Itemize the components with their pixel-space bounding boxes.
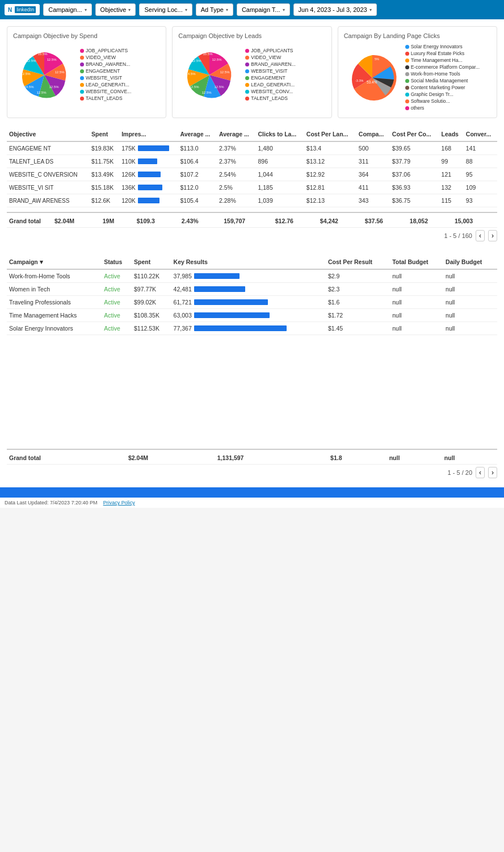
obj-row-spent: $11.75K bbox=[89, 155, 119, 168]
camp-gt-key-results: 1,131,597 bbox=[215, 449, 328, 465]
landing-page-clicks-legend: Solar Energy Innovators Luxury Real Esta… bbox=[405, 44, 480, 112]
campaign-filter[interactable]: Campaign...▾ bbox=[43, 3, 91, 16]
obj-row-leads: 99 bbox=[439, 155, 464, 168]
obj-row-cost-lan: $12.81 bbox=[304, 181, 356, 194]
camp-row-campaign: Solar Energy Innovators bbox=[7, 322, 102, 335]
privacy-policy-link[interactable]: Privacy Policy bbox=[103, 500, 135, 506]
obj-row-avg2: 2.5% bbox=[217, 181, 256, 194]
date-filter[interactable]: Jun 4, 2023 - Jul 3, 2023▾ bbox=[293, 3, 377, 16]
obj-row-cost-co: $39.65 bbox=[390, 141, 439, 155]
camp-gt-spent: $2.04M bbox=[126, 449, 215, 465]
col-cost-lan: Cost Per Lan... bbox=[304, 127, 356, 141]
camp-col-key-results: Key Results bbox=[171, 255, 326, 269]
obj-row-company: 311 bbox=[356, 155, 390, 168]
key-results-bar bbox=[194, 325, 287, 331]
objective-filter[interactable]: Objective▾ bbox=[95, 3, 136, 16]
camp-row-status: Active bbox=[102, 322, 132, 335]
svg-text:12.5%: 12.5% bbox=[192, 59, 202, 62]
camp-row-cpr: $1.45 bbox=[326, 322, 390, 335]
col-avg1: Average ... bbox=[178, 127, 217, 141]
obj-row-spent: $13.49K bbox=[89, 168, 119, 181]
objective-leads-legend: JOB_APPLICANTS VIDEO_VIEW BRAND_AWAREN..… bbox=[245, 48, 295, 102]
obj-row-objective: TALENT_LEA DS bbox=[7, 155, 89, 168]
objective-spend-container: 12.5% 12.5% 12.5% 12.5% 14.5% 12.5% 12.5… bbox=[13, 44, 160, 106]
campaign-table-row: Work-from-Home Tools Active $110.22K 37,… bbox=[7, 269, 497, 283]
campaign-table-row: Time Management Hacks Active $108.35K 63… bbox=[7, 309, 497, 322]
logo-text: N bbox=[8, 7, 12, 13]
camp-row-spent: $99.02K bbox=[132, 296, 171, 309]
obj-row-leads: 132 bbox=[439, 181, 464, 194]
objective-spend-pie: 12.5% 12.5% 12.5% 12.5% 14.5% 12.5% 12.5… bbox=[13, 44, 75, 106]
obj-row-spent: $15.18K bbox=[89, 181, 119, 194]
obj-row-impressions: 120K bbox=[119, 194, 178, 207]
svg-text:10.5%: 10.5% bbox=[37, 52, 48, 56]
campaign-table-row: Solar Energy Innovators Active $112.53K … bbox=[7, 322, 497, 335]
objective-table-header: Objective Spent Impres... Average ... Av… bbox=[7, 127, 497, 141]
objective-table-row: TALENT_LEA DS $11.75K 110K $106.4 2.37% … bbox=[7, 155, 497, 168]
camp-row-total-budget: null bbox=[390, 296, 443, 309]
objective-next-button[interactable]: › bbox=[488, 230, 497, 241]
camp-row-cpr: $2.9 bbox=[326, 269, 390, 283]
obj-row-cost-co: $36.75 bbox=[390, 194, 439, 207]
obj-row-spent: $12.6K bbox=[89, 194, 119, 207]
svg-text:5%: 5% bbox=[375, 57, 379, 61]
ad-type-filter[interactable]: Ad Type▾ bbox=[196, 3, 233, 16]
obj-row-avg1: $113.0 bbox=[178, 141, 217, 155]
col-company: Compa... bbox=[356, 127, 390, 141]
obj-row-spent: $19.83K bbox=[89, 141, 119, 155]
obj-row-objective: WEBSITE_C ONVERSION bbox=[7, 168, 89, 181]
campaign-prev-button[interactable]: ‹ bbox=[476, 467, 485, 478]
obj-row-company: 343 bbox=[356, 194, 390, 207]
obj-row-avg2: 2.54% bbox=[217, 168, 256, 181]
camp-row-campaign: Time Management Hacks bbox=[7, 309, 102, 322]
obj-row-cost-lan: $13.4 bbox=[304, 141, 356, 155]
campaign-next-button[interactable]: › bbox=[488, 467, 497, 478]
key-results-bar bbox=[194, 273, 240, 279]
obj-row-company: 500 bbox=[356, 141, 390, 155]
camp-row-cpr: $1.6 bbox=[326, 296, 390, 309]
camp-gt-status bbox=[81, 449, 126, 465]
objective-leads-card: Campaign Objective by Leads 12.5% 12.5% … bbox=[172, 26, 331, 118]
camp-row-spent: $112.53K bbox=[132, 322, 171, 335]
landing-page-clicks-pie: 53.4% -3.3% 5% bbox=[344, 47, 401, 109]
camp-row-spent: $97.77K bbox=[132, 283, 171, 296]
objective-prev-button[interactable]: ‹ bbox=[476, 230, 485, 241]
obj-row-clicks: 1,480 bbox=[255, 141, 304, 155]
col-conversions: Conver... bbox=[464, 127, 497, 141]
svg-text:53.4%: 53.4% bbox=[367, 80, 377, 84]
campaign-table-row: Traveling Professionals Active $99.02K 6… bbox=[7, 296, 497, 309]
grand-total-avg2: 2.43% bbox=[179, 212, 221, 228]
obj-row-company: 411 bbox=[356, 181, 390, 194]
serving-location-filter[interactable]: Serving Loc...▾ bbox=[139, 3, 192, 16]
camp-row-total-budget: null bbox=[390, 283, 443, 296]
col-objective: Objective bbox=[7, 127, 89, 141]
campaign-grand-total-row: Grand total $2.04M 1,131,597 $1.8 null n… bbox=[7, 449, 497, 465]
obj-row-clicks: 1,044 bbox=[255, 168, 304, 181]
camp-row-campaign: Work-from-Home Tools bbox=[7, 269, 102, 283]
camp-gt-label: Grand total bbox=[7, 449, 81, 465]
camp-row-key-results: 37,985 bbox=[171, 269, 326, 283]
obj-row-impressions: 126K bbox=[119, 168, 178, 181]
campaign-type-filter[interactable]: Campaign T...▾ bbox=[237, 3, 290, 16]
obj-row-clicks: 1,185 bbox=[255, 181, 304, 194]
campaign-table-header: Campaign ▾ Status Spent Key Results Cost… bbox=[7, 255, 497, 269]
camp-row-total-budget: null bbox=[390, 269, 443, 283]
svg-text:14.5%: 14.5% bbox=[24, 85, 34, 89]
obj-row-avg2: 2.28% bbox=[217, 194, 256, 207]
camp-row-cpr: $1.72 bbox=[326, 309, 390, 322]
camp-row-status: Active bbox=[102, 269, 132, 283]
key-results-bar bbox=[194, 299, 268, 305]
logo-box: N linkedIn bbox=[5, 4, 40, 15]
header: N linkedIn Campaign...▾Objective▾Serving… bbox=[0, 0, 504, 19]
obj-row-impressions: 110K bbox=[119, 155, 178, 168]
camp-row-daily-budget: null bbox=[443, 309, 497, 322]
obj-row-avg1: $105.4 bbox=[178, 194, 217, 207]
objective-leads-pie: 12.5% 12.5% 12.5% 12.5% 12.5% 14.5% 12.5… bbox=[178, 44, 241, 106]
grand-total-label: Grand total bbox=[7, 212, 52, 228]
key-results-bar bbox=[194, 312, 270, 318]
campaign-table-section: Campaign ▾ Status Spent Key Results Cost… bbox=[7, 255, 497, 481]
camp-row-daily-budget: null bbox=[443, 283, 497, 296]
camp-row-daily-budget: null bbox=[443, 296, 497, 309]
obj-row-cost-lan: $13.12 bbox=[304, 155, 356, 168]
objective-spend-legend: JOB_APPLICANTS VIDEO_VIEW BRAND_AWAREN..… bbox=[80, 48, 131, 102]
